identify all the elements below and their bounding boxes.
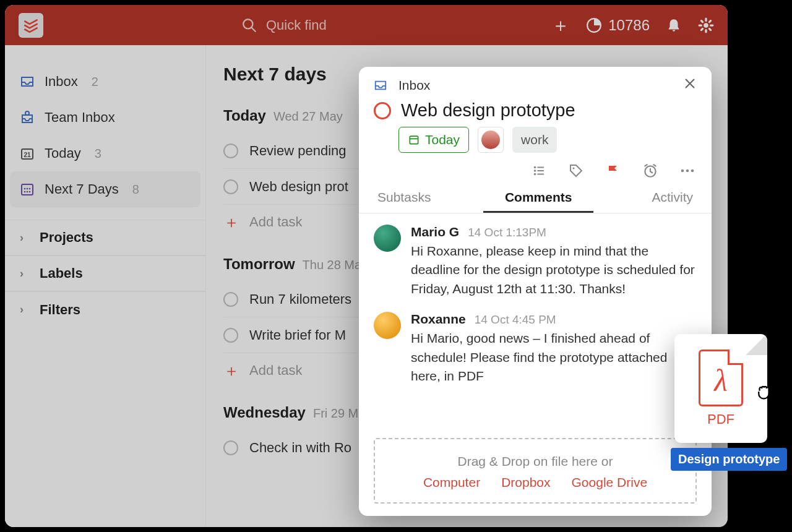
task-title: Check in with Ro	[249, 440, 351, 456]
bell-icon[interactable]	[666, 17, 682, 33]
task-checkbox[interactable]	[223, 440, 238, 455]
task-checkbox[interactable]	[223, 144, 238, 158]
close-button[interactable]	[683, 77, 697, 94]
sidebar-group-projects[interactable]: › Projects	[5, 220, 205, 255]
tab-subtasks[interactable]: Subtasks	[374, 185, 483, 213]
svg-point-34	[681, 169, 684, 173]
chevron-right-icon: ›	[20, 267, 31, 280]
sidebar-item-inbox[interactable]: Inbox 2	[5, 64, 205, 100]
svg-line-1	[251, 27, 256, 32]
task-checkbox[interactable]	[223, 328, 238, 343]
plus-icon: ＋	[223, 212, 238, 233]
svg-text:21: 21	[24, 152, 31, 158]
sidebar-item-badge: 3	[95, 147, 101, 161]
more-icon[interactable]	[678, 163, 697, 179]
sidebar-group-filters[interactable]: › Filters	[5, 291, 205, 327]
upload-computer-link[interactable]: Computer	[423, 475, 480, 490]
day-name: Wednesday	[223, 404, 306, 421]
inbox-icon	[374, 79, 387, 92]
file-dropzone[interactable]: Drag & Drop on file here or Computer Dro…	[374, 438, 697, 504]
sidebar: Inbox 2 Team Inbox 21 Today 3 Ne	[5, 45, 206, 527]
dropzone-links: Computer Dropbox Google Drive	[381, 475, 689, 490]
page-fold-icon	[746, 334, 767, 355]
svg-point-16	[24, 188, 26, 190]
tag-icon[interactable]	[567, 163, 585, 179]
karma-button[interactable]: 10786	[586, 17, 650, 34]
quick-find[interactable]: Quick find	[241, 17, 327, 33]
task-checkbox[interactable]	[223, 179, 238, 194]
chevron-right-icon: ›	[20, 303, 31, 316]
tab-activity[interactable]: Activity	[593, 185, 697, 213]
list-icon[interactable]	[530, 163, 548, 179]
avatar	[374, 225, 401, 252]
task-title: Write brief for M	[249, 327, 346, 343]
team-inbox-icon	[20, 110, 35, 125]
upload-gdrive-link[interactable]: Google Drive	[572, 475, 648, 490]
inbox-icon	[20, 74, 35, 89]
karma-count: 10786	[608, 17, 650, 34]
modal-header: Inbox	[359, 67, 712, 97]
sidebar-item-next7days[interactable]: Next 7 Days 8	[10, 171, 200, 207]
svg-point-20	[27, 191, 28, 193]
dragged-file-name: Design prototype	[671, 448, 787, 471]
priority-flag-icon[interactable]	[604, 163, 622, 179]
sidebar-item-badge: 8	[132, 182, 139, 197]
upload-dropbox-link[interactable]: Dropbox	[501, 475, 550, 490]
avatar	[481, 131, 500, 149]
comment-author: Roxanne	[411, 312, 466, 327]
label-chip[interactable]: work	[512, 127, 557, 153]
top-bar: Quick find ＋ 10786	[5, 5, 728, 45]
sidebar-item-today[interactable]: 21 Today 3	[5, 135, 205, 171]
due-date-label: Today	[425, 132, 460, 147]
comment: Mario G 14 Oct 1:13PM Hi Roxanne, please…	[374, 225, 697, 298]
gear-icon[interactable]	[698, 17, 714, 33]
svg-point-35	[686, 169, 689, 173]
tab-comments[interactable]: Comments	[483, 185, 593, 213]
sidebar-group-label: Filters	[40, 302, 80, 318]
comment-time: 14 Oct 4:45 PM	[475, 313, 556, 327]
sidebar-item-badge: 2	[92, 75, 98, 89]
svg-point-12	[25, 111, 29, 115]
assignee-chip[interactable]	[478, 127, 504, 153]
sidebar-item-label: Next 7 Days	[45, 181, 119, 197]
app-window: Quick find ＋ 10786	[5, 5, 728, 527]
day-name: Tomorrow	[223, 255, 295, 273]
day-date: Thu 28 May	[303, 258, 368, 272]
dropzone-text: Drag & Drop on file here or	[381, 454, 689, 469]
svg-line-11	[709, 20, 710, 22]
file-type-label: PDF	[707, 411, 734, 427]
reminder-icon[interactable]	[641, 163, 660, 179]
karma-pie-icon	[586, 17, 602, 33]
sidebar-item-label: Today	[45, 145, 81, 161]
svg-line-9	[709, 28, 710, 30]
quick-find-placeholder: Quick find	[266, 17, 327, 33]
svg-point-19	[24, 191, 26, 193]
breadcrumb[interactable]: Inbox	[398, 78, 430, 93]
svg-point-18	[29, 188, 31, 190]
add-task-icon[interactable]: ＋	[551, 16, 570, 35]
modal-tabs: Subtasks Comments Activity	[359, 185, 712, 213]
sidebar-group-labels[interactable]: › Labels	[5, 255, 205, 291]
label-text: work	[521, 132, 548, 147]
app-logo[interactable]	[19, 13, 43, 38]
task-checkbox[interactable]	[223, 292, 238, 307]
comment: Roxanne 14 Oct 4:45 PM Hi Mario, good ne…	[374, 312, 697, 385]
add-task-label: Add task	[249, 214, 303, 230]
comment-time: 14 Oct 1:13PM	[468, 226, 546, 239]
dragged-file[interactable]: λ PDF	[674, 334, 767, 443]
svg-point-36	[691, 169, 694, 173]
day-name: Today	[223, 107, 266, 124]
top-actions: ＋ 10786	[551, 16, 714, 35]
task-title[interactable]: Web design prototype	[401, 100, 575, 121]
todoist-icon	[23, 17, 39, 33]
sidebar-group-label: Labels	[40, 265, 83, 281]
task-title: Web design prot	[249, 179, 348, 195]
due-date-chip[interactable]: Today	[398, 127, 469, 153]
sidebar-item-team-inbox[interactable]: Team Inbox	[5, 100, 205, 135]
task-complete-checkbox[interactable]	[374, 102, 391, 119]
svg-rect-24	[410, 136, 418, 144]
comment-text: Hi Roxanne, please keep in mind that the…	[411, 242, 697, 298]
comment-text: Hi Mario, good news – I finished ahead o…	[411, 329, 697, 385]
modal-toolbar	[359, 161, 712, 185]
svg-line-10	[701, 28, 702, 30]
